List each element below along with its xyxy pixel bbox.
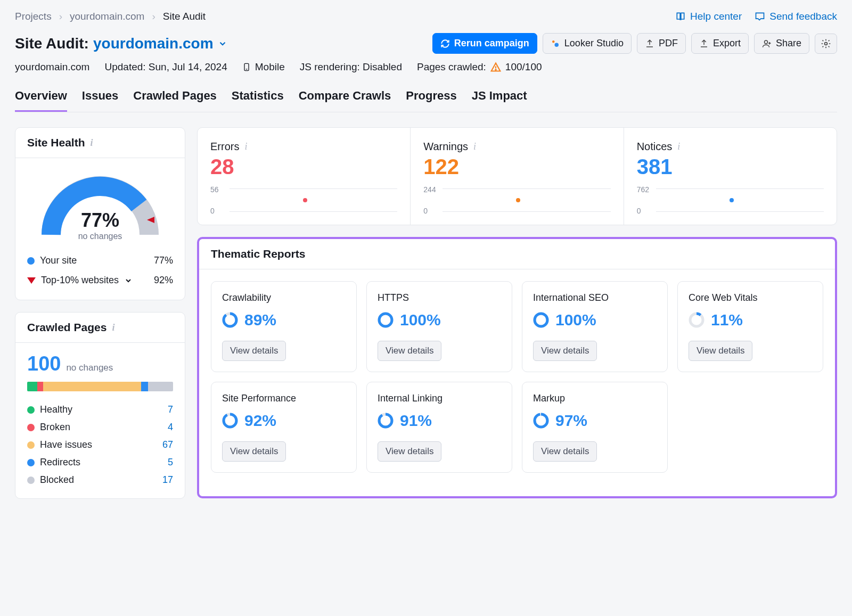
breadcrumb-current: Site Audit — [163, 11, 206, 22]
info-icon[interactable]: i — [677, 141, 680, 152]
your-site-label: Your site — [40, 255, 77, 266]
issues-summary-card: Errors i 28 56 0 Warnings i — [197, 127, 837, 225]
progress-ring-icon — [533, 413, 549, 429]
svg-point-20 — [379, 414, 392, 427]
export-button[interactable]: Export — [691, 33, 749, 54]
thematic-card-percent: 92% — [244, 412, 276, 430]
view-details-button[interactable]: View details — [222, 441, 286, 462]
crawled-pages-label: Blocked — [40, 474, 74, 486]
progress-ring-icon — [222, 312, 238, 328]
tab-crawled-pages[interactable]: Crawled Pages — [133, 89, 217, 112]
view-details-button[interactable]: View details — [533, 341, 597, 361]
page-title-prefix: Site Audit: — [15, 35, 89, 52]
chevron-right-icon: › — [152, 11, 155, 22]
svg-point-10 — [224, 314, 236, 326]
thematic-card-title: Site Performance — [222, 393, 346, 404]
view-details-button[interactable]: View details — [378, 341, 441, 361]
crawled-pages-label: Have issues — [40, 439, 92, 450]
progress-ring-icon — [689, 312, 704, 328]
view-details-button[interactable]: View details — [689, 341, 752, 361]
stat-warnings[interactable]: Warnings i 122 244 0 — [411, 128, 624, 225]
pdf-button[interactable]: PDF — [637, 33, 686, 54]
legend-dot-icon — [27, 459, 35, 466]
thematic-card-percent: 11% — [711, 311, 743, 329]
tab-issues[interactable]: Issues — [82, 89, 119, 112]
legend-dot-icon — [27, 441, 35, 449]
gear-icon — [821, 38, 831, 49]
crawled-pages-row[interactable]: Healthy7 — [27, 401, 173, 418]
tab-progress[interactable]: Progress — [406, 89, 456, 112]
chevron-right-icon: › — [59, 11, 62, 22]
view-details-button[interactable]: View details — [533, 441, 597, 462]
meta-updated: Updated: Sun, Jul 14, 2024 — [104, 61, 227, 73]
svg-point-0 — [552, 40, 555, 43]
chevron-down-icon — [218, 39, 227, 48]
breadcrumb-projects[interactable]: Projects — [15, 11, 52, 22]
svg-point-15 — [690, 314, 703, 326]
tabs: Overview Issues Crawled Pages Statistics… — [15, 89, 837, 112]
legend-dot-icon — [27, 477, 35, 484]
upload-icon — [699, 39, 709, 48]
crawled-pages-row[interactable]: Have issues67 — [27, 436, 173, 454]
progress-ring-icon — [533, 312, 549, 328]
site-health-card: Site Health i — [15, 127, 185, 300]
crawled-pages-row[interactable]: Blocked17 — [27, 471, 173, 489]
site-health-percent: 77% — [36, 209, 164, 232]
thematic-card-title: Crawlability — [222, 292, 346, 303]
crawled-pages-row[interactable]: Redirects5 — [27, 454, 173, 471]
crawled-stacked-bar — [27, 382, 173, 391]
crawled-pages-value: 17 — [162, 474, 173, 486]
info-icon[interactable]: i — [112, 322, 114, 333]
svg-point-1 — [554, 43, 559, 47]
site-health-gauge: 77% no changes — [36, 172, 164, 241]
sparkline-notices: 762 0 — [637, 185, 824, 215]
export-label: Export — [713, 38, 741, 49]
chat-icon — [755, 11, 765, 22]
refresh-icon — [440, 39, 450, 48]
info-icon[interactable]: i — [91, 137, 93, 149]
stat-errors-value: 28 — [210, 155, 397, 179]
stat-notices[interactable]: Notices i 381 762 0 — [624, 128, 837, 225]
looker-studio-button[interactable]: Looker Studio — [543, 33, 632, 54]
info-icon[interactable]: i — [244, 141, 247, 152]
chevron-down-icon[interactable] — [124, 276, 133, 285]
breadcrumb: Projects › yourdomain.com › Site Audit — [15, 11, 206, 22]
tab-statistics[interactable]: Statistics — [232, 89, 284, 112]
send-feedback-link[interactable]: Send feedback — [755, 11, 837, 22]
rerun-campaign-button[interactable]: Rerun campaign — [432, 33, 537, 54]
person-plus-icon — [762, 39, 772, 48]
looker-icon — [551, 39, 560, 48]
view-details-button[interactable]: View details — [378, 441, 441, 462]
domain-selector[interactable]: yourdomain.com — [93, 35, 227, 52]
stat-notices-label: Notices — [637, 141, 673, 153]
tab-overview[interactable]: Overview — [15, 89, 67, 112]
stacked-bar-segment — [27, 382, 37, 391]
stat-notices-value: 381 — [637, 155, 824, 179]
page-title: Site Audit: yourdomain.com — [15, 35, 227, 52]
thematic-card: Internal Linking 91% View details — [366, 382, 512, 473]
meta-row: yourdomain.com Updated: Sun, Jul 14, 202… — [15, 61, 837, 73]
triangle-down-icon — [27, 277, 36, 284]
share-button[interactable]: Share — [754, 33, 809, 54]
crawled-pages-value: 4 — [168, 422, 173, 433]
stat-errors[interactable]: Errors i 28 56 0 — [198, 128, 411, 225]
stacked-bar-segment — [141, 382, 149, 391]
svg-point-12 — [379, 314, 392, 326]
settings-button[interactable] — [815, 34, 837, 54]
info-icon[interactable]: i — [473, 141, 476, 152]
progress-ring-icon — [378, 413, 394, 429]
meta-crawled: Pages crawled: 100/100 — [417, 61, 542, 73]
svg-rect-4 — [244, 63, 249, 70]
crawled-pages-row[interactable]: Broken4 — [27, 418, 173, 436]
breadcrumb-domain[interactable]: yourdomain.com — [70, 11, 144, 22]
tab-compare-crawls[interactable]: Compare Crawls — [299, 89, 391, 112]
stat-errors-label: Errors — [210, 141, 239, 153]
help-center-link[interactable]: Help center — [675, 11, 742, 22]
mobile-icon — [242, 61, 251, 73]
pdf-label: PDF — [659, 38, 678, 49]
thematic-card: Core Web Vitals 11% View details — [677, 281, 823, 372]
view-details-button[interactable]: View details — [222, 341, 286, 361]
stat-warnings-label: Warnings — [423, 141, 468, 153]
send-feedback-label: Send feedback — [769, 11, 837, 22]
tab-js-impact[interactable]: JS Impact — [472, 89, 527, 112]
